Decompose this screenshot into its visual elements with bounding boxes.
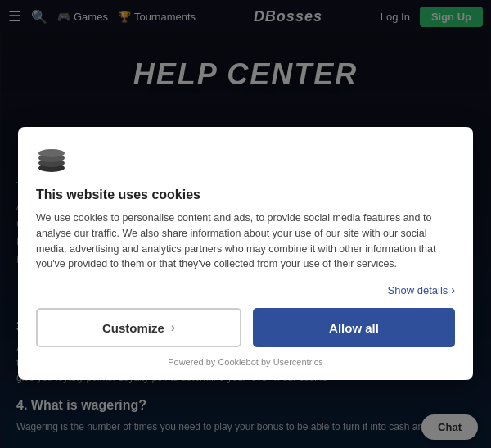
cookie-footer: Powered by Cookiebot by Usercentrics: [36, 357, 455, 367]
cookiebot-link[interactable]: Cookiebot by Usercentrics: [218, 357, 322, 367]
cookie-show-details-row: Show details ›: [36, 283, 455, 296]
customize-button[interactable]: Customize ›: [36, 308, 241, 347]
allow-all-button[interactable]: Allow all: [253, 308, 455, 347]
show-details-button[interactable]: Show details ›: [388, 283, 455, 296]
chevron-right-icon-customize: ›: [171, 320, 175, 335]
svg-point-3: [38, 149, 65, 157]
chevron-right-icon: ›: [451, 283, 455, 296]
cookie-consent-modal: This website uses cookies We use cookies…: [18, 127, 473, 380]
cookiebot-logo: [36, 145, 67, 176]
cookie-action-buttons: Customize › Allow all: [36, 308, 455, 347]
cookie-modal-title: This website uses cookies: [36, 188, 455, 202]
cookie-modal-body: We use cookies to personalise content an…: [36, 210, 455, 272]
